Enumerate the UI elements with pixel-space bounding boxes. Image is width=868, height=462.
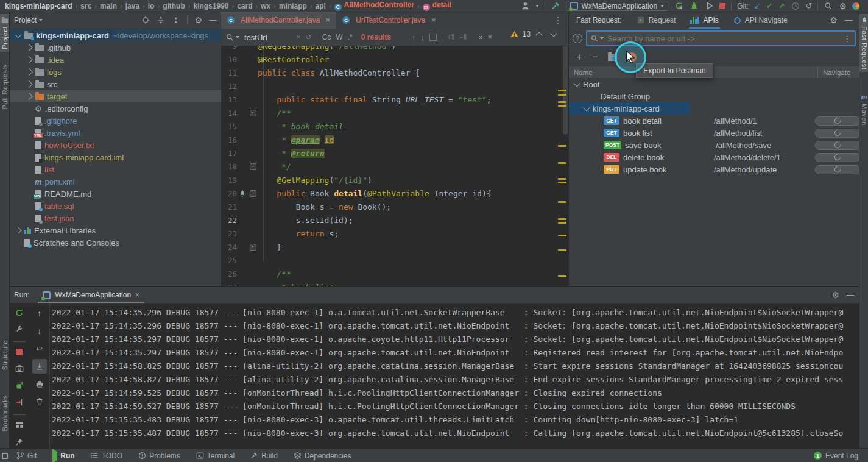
prev-occurrence-icon[interactable]: ↑ xyxy=(412,33,416,42)
api-endpoint-book-list[interactable]: GETbook list/allMethod/list xyxy=(569,127,859,139)
tree-item--travis-yml[interactable]: YML.travis.yml xyxy=(9,127,221,139)
code-line-23[interactable]: 23 return s; xyxy=(221,227,568,240)
tab-apis[interactable]: APIs xyxy=(690,16,718,24)
code-line-20[interactable]: 20- public Book detail(@PathVariable Int… xyxy=(221,187,568,200)
code-line-26[interactable]: 26 /** xyxy=(221,267,568,280)
stripe-structure[interactable]: Structure xyxy=(0,338,9,372)
rerun-icon[interactable] xyxy=(12,306,27,320)
scroll-up-icon[interactable]: ↑ xyxy=(32,306,47,321)
print-icon[interactable] xyxy=(32,377,47,391)
tree-item-table-sql[interactable]: table.sql xyxy=(9,200,221,212)
breadcrumb-item[interactable]: CAllMethodController xyxy=(334,1,414,11)
code-line-11[interactable]: 11public class AllMethodController { xyxy=(221,66,568,79)
tree-item-src[interactable]: src xyxy=(9,78,221,90)
next-warning-icon[interactable] xyxy=(550,30,557,37)
status-dependencies[interactable]: Dependencies xyxy=(294,452,351,460)
tree-item-readme-md[interactable]: MDREADME.md xyxy=(9,188,221,200)
profiler-icon[interactable] xyxy=(852,2,859,10)
stripe-pull-requests[interactable]: Pull Requests xyxy=(0,62,9,112)
git-commit-icon[interactable]: ✓ xyxy=(766,1,773,11)
navigate-button[interactable] xyxy=(815,153,859,162)
tab-urltestcontroller[interactable]: C UrlTestController.java × xyxy=(336,12,442,29)
navigate-button[interactable] xyxy=(815,141,859,150)
stripe-project[interactable]: Project xyxy=(0,14,9,52)
code-line-21[interactable]: 21 Book s = new Book(); xyxy=(221,200,568,213)
inspection-widget[interactable]: 13 xyxy=(510,30,560,38)
breadcrumb-item[interactable]: wx xyxy=(261,2,270,10)
regex-toggle[interactable]: .* xyxy=(348,33,353,41)
hide-panel-icon[interactable]: — xyxy=(209,16,216,24)
tree-item--editorconfig[interactable]: ⚙.editorconfig xyxy=(9,102,221,115)
breadcrumb-item[interactable]: io xyxy=(148,2,155,10)
fold-icon[interactable]: - xyxy=(250,244,256,251)
window-grid-icon[interactable] xyxy=(2,453,8,459)
project-view-caret[interactable] xyxy=(39,19,43,21)
close-run-tab-icon[interactable]: × xyxy=(135,291,139,299)
breadcrumb-item[interactable]: card xyxy=(237,2,252,10)
code-line-16[interactable]: 16 * @param id xyxy=(221,133,568,146)
clear-search-icon[interactable]: × xyxy=(297,33,301,41)
tree-item-kings-miniapp-card-iml[interactable]: kings-miniapp-card.iml xyxy=(9,151,221,163)
api-endpoint-save-book[interactable]: POSTsave book/allMethod/save xyxy=(569,139,859,151)
fast-request-rocket-icon[interactable] xyxy=(239,190,246,197)
code-line-25[interactable]: 25 xyxy=(221,254,568,267)
pin-icon[interactable] xyxy=(12,435,27,449)
api-endpoint-update-book[interactable]: PUTupdate book/allMethod/update xyxy=(569,163,859,176)
git-push-icon[interactable]: ↗ xyxy=(778,1,785,11)
heap-dump-icon[interactable] xyxy=(12,379,27,393)
locate-file-icon[interactable] xyxy=(141,16,150,24)
breadcrumb-item[interactable]: mdetail xyxy=(423,1,451,11)
stop-button[interactable] xyxy=(719,3,725,9)
navigate-button[interactable] xyxy=(815,165,859,174)
settings-gear-icon[interactable]: ⚙ xyxy=(839,1,847,11)
git-update-icon[interactable]: ↙ xyxy=(754,1,761,11)
api-tree-project[interactable]: kings-miniapp-card xyxy=(569,102,859,115)
add-occurrence-icon[interactable]: +‖ xyxy=(447,33,454,41)
code-line-27[interactable]: 27 * book list xyxy=(221,280,568,286)
remove-icon[interactable]: − xyxy=(592,52,598,62)
add-icon[interactable]: + xyxy=(576,52,582,62)
layout-icon[interactable] xyxy=(12,418,27,432)
tree-item--gitignore[interactable]: .gitignore xyxy=(9,115,221,127)
status-problems[interactable]: Problems xyxy=(138,452,180,460)
code-line-12[interactable]: 12 xyxy=(221,79,568,93)
help-icon[interactable]: ? xyxy=(573,34,582,43)
code-line-18[interactable]: 18- */ xyxy=(221,160,568,173)
chevron-right-icon[interactable] xyxy=(26,80,32,87)
edit-config-wrench-icon[interactable] xyxy=(12,323,27,337)
user-dropdown-caret[interactable] xyxy=(535,5,539,7)
tree-item-test-json[interactable]: test.json xyxy=(9,212,221,224)
tab-api-navigate[interactable]: API Navigate xyxy=(733,16,788,24)
stripe-maven[interactable]: m Maven xyxy=(859,91,868,128)
search-kebab-icon[interactable]: ⋮ xyxy=(843,34,851,43)
code-line-9[interactable]: 9@RequestMapping("/allMethod") xyxy=(221,46,568,52)
scroll-to-end-icon[interactable] xyxy=(32,359,47,374)
tab-options-kebab-icon[interactable]: ⋮ xyxy=(548,12,568,29)
history-clock-icon[interactable] xyxy=(791,1,800,11)
api-tree-default-group[interactable]: Default Group xyxy=(569,90,859,102)
tree-item-list[interactable]: list xyxy=(9,163,221,176)
stripe-fast-request[interactable]: Fast Request xyxy=(859,14,868,72)
name-column-header[interactable]: Name xyxy=(569,69,593,76)
status-todo[interactable]: TODO xyxy=(91,452,122,460)
project-settings-gear-icon[interactable]: ⚙ xyxy=(194,15,202,25)
tree-item-logs[interactable]: logs xyxy=(9,66,221,78)
navigate-button[interactable] xyxy=(815,129,859,138)
search-input[interactable]: testUrl xyxy=(244,33,267,42)
remove-occurrence-icon[interactable]: −‖ xyxy=(459,33,467,41)
fold-icon[interactable]: - xyxy=(250,190,256,197)
breadcrumb-item[interactable]: github xyxy=(163,2,185,10)
api-tree-root[interactable]: Root xyxy=(569,78,859,90)
run-hide-panel-icon[interactable]: — xyxy=(847,291,854,299)
navigate-button[interactable] xyxy=(815,116,859,126)
code-line-14[interactable]: 14- /** xyxy=(221,106,568,119)
breadcrumb-item[interactable]: java xyxy=(125,2,139,10)
search-history-caret[interactable] xyxy=(236,36,239,38)
code-line-22[interactable]: 22 s.setId(id); xyxy=(221,213,568,227)
stop-process-icon[interactable] xyxy=(12,345,27,359)
tab-allmethodcontroller[interactable]: C AllMethodController.java × xyxy=(221,12,336,29)
code-line-24[interactable]: 24- } xyxy=(221,240,568,254)
scroll-down-icon[interactable]: ↓ xyxy=(32,324,47,338)
code-line-10[interactable]: 10@RestController xyxy=(221,52,568,66)
search-everywhere-icon[interactable] xyxy=(824,1,833,11)
